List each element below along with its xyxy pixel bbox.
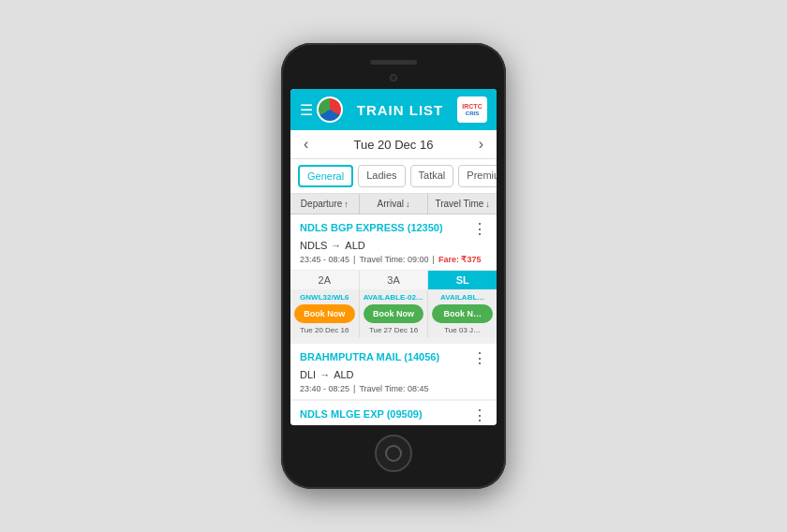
train-times-2: 23:40 - 08:25 bbox=[300, 384, 349, 393]
current-date: Tue 20 Dec 16 bbox=[354, 138, 434, 152]
avail-date-1: Tue 20 Dec 16 bbox=[294, 326, 355, 338]
book-btn-3[interactable]: Book N… bbox=[432, 304, 493, 323]
train-travel-time-2: Travel Time: 08:45 bbox=[359, 384, 428, 393]
sort-arrival-arrow: ↓ bbox=[406, 200, 410, 209]
sort-arrival[interactable]: Arrival ↓ bbox=[360, 194, 429, 214]
avail-label-3: AVAILABL… bbox=[432, 293, 493, 302]
sort-departure[interactable]: Departure ↑ bbox=[290, 194, 360, 214]
irctc-logo bbox=[317, 96, 343, 123]
class-tabs-1: 2A 3A SL bbox=[290, 270, 497, 289]
route-arrow-2: → bbox=[319, 369, 330, 380]
train-name-1[interactable]: NDLS BGP EXPRESS (12350) bbox=[300, 222, 443, 233]
train-to-1: ALD bbox=[345, 240, 364, 251]
speaker bbox=[370, 60, 417, 65]
next-date-button[interactable]: › bbox=[479, 136, 483, 153]
train-name-3[interactable]: NDLS MLGE EXP (09509) bbox=[300, 408, 423, 420]
train-card-1: NDLS BGP EXPRESS (12350) ⋮ NDLS → ALD 23… bbox=[290, 214, 497, 344]
class-tab-2a[interactable]: 2A bbox=[290, 271, 360, 289]
avail-col-1: GNWL32/WL6 Book Now Tue 20 Dec 16 bbox=[290, 289, 360, 338]
train-route-1: NDLS → ALD bbox=[290, 239, 497, 253]
tab-ladies[interactable]: Ladies bbox=[358, 165, 405, 187]
sort-bar: Departure ↑ Arrival ↓ Travel Time ↓ bbox=[290, 194, 497, 214]
phone-screen: ☰ TRAIN LIST IRCTC CRIS ‹ Tue 20 Dec 16 … bbox=[290, 89, 497, 425]
avail-date-2: Tue 27 Dec 16 bbox=[364, 326, 424, 338]
train-name-2[interactable]: BRAHMPUTRA MAIL (14056) bbox=[300, 351, 439, 362]
avail-col-3: AVAILABL… Book N… Tue 03 J… bbox=[428, 289, 497, 338]
prev-date-button[interactable]: ‹ bbox=[304, 136, 308, 153]
camera bbox=[390, 74, 397, 81]
home-button[interactable] bbox=[375, 435, 412, 472]
app-header: ☰ TRAIN LIST IRCTC CRIS bbox=[290, 89, 497, 130]
train-info-2: 23:40 - 08:25 | Travel Time: 08:45 bbox=[290, 382, 497, 399]
train-header-1: NDLS BGP EXPRESS (12350) ⋮ bbox=[290, 214, 497, 239]
train-times-1: 23:45 - 08:45 bbox=[300, 255, 349, 264]
train-card-3: NDLS MLGE EXP (09509) ⋮ bbox=[290, 401, 497, 425]
tab-tatkal[interactable]: Tatkal bbox=[410, 165, 454, 187]
route-arrow-1: → bbox=[331, 240, 341, 251]
train-to-2: ALD bbox=[334, 369, 353, 380]
train-card-2: BRAHMPUTRA MAIL (14056) ⋮ DLI → ALD 23:4… bbox=[290, 344, 497, 401]
sort-travel-time[interactable]: Travel Time ↓ bbox=[428, 194, 497, 214]
train-more-3[interactable]: ⋮ bbox=[472, 408, 487, 423]
train-header-2: BRAHMPUTRA MAIL (14056) ⋮ bbox=[290, 344, 497, 368]
train-from-1: NDLS bbox=[300, 240, 327, 251]
train-fare-1: Fare: ₹375 bbox=[438, 255, 482, 264]
train-header-3: NDLS MLGE EXP (09509) ⋮ bbox=[290, 401, 497, 425]
header-left: ☰ bbox=[300, 96, 343, 123]
book-btn-1[interactable]: Book Now bbox=[294, 304, 355, 323]
cris-logo: IRCTC CRIS bbox=[457, 96, 487, 123]
train-travel-time-1: Travel Time: 09:00 bbox=[359, 255, 428, 264]
phone-device: ☰ TRAIN LIST IRCTC CRIS ‹ Tue 20 Dec 16 … bbox=[281, 43, 506, 489]
sort-time-arrow: ↓ bbox=[485, 200, 490, 209]
train-more-1[interactable]: ⋮ bbox=[472, 222, 487, 237]
category-tabs: General Ladies Tatkal Premium Tatk bbox=[290, 159, 497, 194]
book-btn-2[interactable]: Book Now bbox=[364, 304, 424, 323]
train-info-1: 23:45 - 08:45 | Travel Time: 09:00 | Far… bbox=[290, 253, 497, 270]
logo-inner bbox=[319, 98, 341, 121]
train-more-2[interactable]: ⋮ bbox=[472, 351, 487, 366]
menu-icon[interactable]: ☰ bbox=[300, 101, 313, 119]
tab-general[interactable]: General bbox=[298, 165, 353, 187]
date-bar: ‹ Tue 20 Dec 16 › bbox=[290, 130, 497, 159]
avail-label-2: AVAILABLE-0225 bbox=[364, 293, 424, 302]
availability-row-1: GNWL32/WL6 Book Now Tue 20 Dec 16 AVAILA… bbox=[290, 289, 497, 338]
avail-label-1: GNWL32/WL6 bbox=[294, 293, 355, 302]
train-route-2: DLI → ALD bbox=[290, 368, 497, 382]
class-tab-3a[interactable]: 3A bbox=[360, 271, 429, 289]
train-from-2: DLI bbox=[300, 369, 316, 380]
home-button-circle bbox=[385, 445, 402, 462]
class-tab-sl[interactable]: SL bbox=[428, 271, 497, 289]
sort-departure-arrow: ↑ bbox=[344, 200, 349, 209]
avail-date-3: Tue 03 J… bbox=[432, 326, 493, 338]
avail-col-2: AVAILABLE-0225 Book Now Tue 27 Dec 16 bbox=[360, 289, 429, 338]
app-title: TRAIN LIST bbox=[343, 102, 457, 118]
tab-premium-tatkal[interactable]: Premium Tatk bbox=[458, 165, 497, 187]
